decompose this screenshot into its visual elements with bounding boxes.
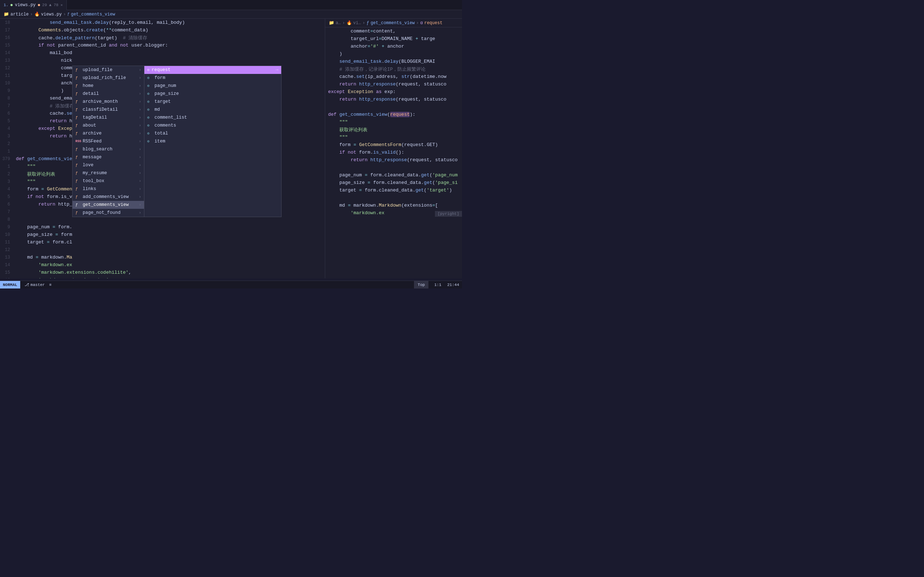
table-row: 14 'markdown.ex	[0, 261, 325, 269]
suggestion-label: item	[155, 139, 165, 144]
menu-item-label: message	[82, 155, 102, 160]
tab-close-button[interactable]: ✕	[61, 3, 63, 7]
chevron-right-icon: ›	[139, 116, 141, 120]
chevron-right-icon: ›	[139, 195, 141, 199]
tab-num1: 29	[42, 3, 47, 7]
suggestion-item-page-size[interactable]: ⊙ page_size	[144, 90, 281, 98]
table-row: return http_response(request, statusco	[325, 95, 462, 103]
chevron-right-icon: ›	[139, 187, 141, 191]
menu-item-add-comments-view[interactable]: ƒ add_comments_view ›	[73, 193, 144, 201]
bc-func[interactable]: get_comments_view	[71, 12, 115, 17]
table-row: 12	[0, 246, 325, 253]
suggestion-label: page_num	[155, 83, 176, 89]
table-row	[325, 103, 462, 111]
function-icon: ƒ	[76, 179, 81, 183]
suggestion-item-item[interactable]: ⊙ item	[144, 137, 281, 145]
chevron-right-icon: ›	[139, 68, 141, 72]
menu-item-classfi-detail[interactable]: ƒ classfiDetail ›	[73, 106, 144, 114]
suggestion-header-label: request	[152, 68, 171, 73]
menu-item-label: detail	[82, 91, 99, 96]
suggestion-item-target[interactable]: ⊙ target	[144, 98, 281, 106]
circle-icon: ⊙	[147, 100, 152, 104]
menu-item-about[interactable]: ƒ about ›	[73, 121, 144, 129]
menu-item-love[interactable]: ƒ love ›	[73, 161, 144, 169]
suggestion-item-total[interactable]: ⊙ total	[144, 129, 281, 137]
table-row	[325, 164, 462, 171]
tab-views-py[interactable]: 1. views.py 29 ▲ 78 ✕	[0, 0, 67, 10]
table-row: cache.set(ip_address, str(datetime.now	[325, 73, 462, 81]
suggestion-label: total	[155, 131, 168, 136]
menu-item-home[interactable]: ƒ home ›	[73, 82, 144, 90]
tab-num2: 78	[54, 3, 58, 7]
bc-file[interactable]: views.py	[41, 12, 62, 17]
top-label: Top	[414, 281, 428, 289]
branch-icon: ⎇	[24, 282, 29, 287]
menu-item-detail[interactable]: ƒ detail ›	[73, 90, 144, 98]
table-row: 17 Comments.objects.create(**comment_dat…	[0, 26, 325, 34]
suggestion-label: form	[155, 76, 165, 81]
right-code-panel[interactable]: 📁 a… › 🔥 vi… › ƒ get_comments_view › α r…	[325, 19, 462, 279]
function-icon: ƒ	[76, 171, 81, 175]
function-icon: ƒ	[76, 84, 81, 88]
tab-arrow: ▲	[49, 3, 52, 7]
suggestion-item-comments[interactable]: ⊙ comments	[144, 121, 281, 129]
table-row: anchor='#' + anchor	[325, 43, 462, 50]
chevron-right-icon: ›	[139, 211, 141, 215]
chevron-right-icon: ›	[139, 155, 141, 160]
function-icon: ƒ	[76, 76, 81, 80]
chevron-right-icon: ›	[139, 203, 141, 207]
menu-item-archive[interactable]: ƒ archive ›	[73, 129, 144, 137]
table-row: """	[325, 134, 462, 141]
menu-item-label: upload_file	[82, 68, 113, 73]
menu-item-label: classfiDetail	[82, 107, 118, 112]
table-row: send_email_task.delay(BLOGGER_EMAI	[325, 58, 462, 65]
menu-item-blog-search[interactable]: ƒ blog_search ›	[73, 145, 144, 153]
right-bc-folder: a…	[336, 21, 341, 26]
menu-item-label: about	[82, 123, 96, 128]
tab-dot-orange	[38, 4, 40, 6]
function-menu: ƒ upload_file › ƒ upload_rich_file › ƒ h…	[72, 66, 144, 217]
chevron-right-icon: ›	[139, 92, 141, 96]
menu-item-links[interactable]: ƒ links ›	[73, 185, 144, 193]
menu-item-my-resume[interactable]: ƒ my_resume ›	[73, 169, 144, 177]
suggestion-item-md[interactable]: ⊙ md	[144, 106, 281, 114]
menu-item-get-comments-view[interactable]: ƒ get_comments_view ›	[73, 201, 144, 209]
menu-item-label: my_resume	[82, 171, 107, 176]
chevron-right-icon: ›	[139, 76, 141, 80]
table-row: 14 mail_bod	[0, 49, 325, 56]
chevron-right-icon: ›	[139, 148, 141, 152]
menu-item-rssfeed[interactable]: RSS RSSFeed ›	[73, 137, 144, 145]
menu-item-tool-box[interactable]: ƒ tool_box ›	[73, 177, 144, 185]
table-row: 18 send_email_task.delay(reply_to.email,…	[0, 19, 325, 26]
branch-name: master	[31, 283, 45, 287]
menu-item-label: links	[82, 187, 96, 192]
suggestion-item-page-num[interactable]: ⊙ page_num	[144, 82, 281, 90]
table-row: 9 page_num = form.	[0, 223, 325, 231]
table-row: # 添加缓存，记录评论IP，防止频繁评论	[325, 65, 462, 73]
menu-item-label: page_not_found	[82, 210, 121, 215]
left-code-panel[interactable]: 18 send_email_task.delay(reply_to.email,…	[0, 19, 325, 279]
table-row: comment=content,	[325, 27, 462, 35]
time-label: 21:44	[447, 283, 459, 287]
chevron-right-icon: ›	[139, 108, 141, 112]
menu-item-upload-file[interactable]: ƒ upload_file ›	[73, 66, 144, 74]
menu-item-archive-month[interactable]: ƒ archive_month ›	[73, 98, 144, 106]
right-bc-func-icon: ƒ	[366, 21, 369, 26]
tab-bar: 1. views.py 29 ▲ 78 ✕	[0, 0, 462, 10]
function-icon: ƒ	[76, 68, 81, 72]
menu-item-page-not-found[interactable]: ƒ page_not_found ›	[73, 209, 144, 217]
bc-folder[interactable]: article	[10, 12, 29, 17]
tab-number: 1.	[3, 3, 8, 7]
menu-item-upload-rich-file[interactable]: ƒ upload_rich_file ›	[73, 74, 144, 82]
menu-item-message[interactable]: ƒ message ›	[73, 153, 144, 161]
function-icon: ƒ	[76, 203, 81, 207]
suggestion-item-comment-list[interactable]: ⊙ comment_list	[144, 114, 281, 121]
menu-item-label: archive_month	[82, 99, 118, 104]
table-row: def get_comments_view(request):	[325, 111, 462, 118]
menu-item-label: love	[82, 163, 94, 168]
suggestion-item-form[interactable]: ⊙ form	[144, 74, 281, 82]
circle-icon: ⊙	[147, 92, 152, 96]
table-row: """	[325, 118, 462, 126]
menu-item-tag-detail[interactable]: ƒ tagDetail ›	[73, 114, 144, 121]
lines-icon: ≡	[49, 283, 52, 287]
